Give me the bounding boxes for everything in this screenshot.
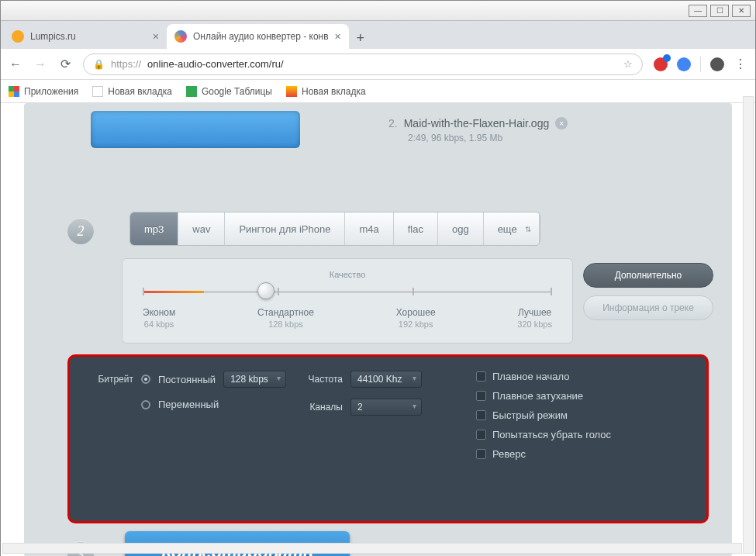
- quality-sublabel: 128 kbps: [257, 319, 314, 329]
- quality-panel: Качество Эконом64 kbps Стандартное128 kb…: [122, 258, 573, 344]
- format-wav[interactable]: wav: [178, 212, 225, 245]
- apps-icon: [9, 86, 19, 97]
- tab-title: Онлайн аудио конвертер - конв: [193, 31, 329, 42]
- lock-icon: 🔒: [93, 59, 105, 70]
- frequency-label: Частота: [298, 374, 343, 385]
- tab-title: Lumpics.ru: [30, 31, 147, 42]
- quality-sublabel: 320 kbps: [517, 319, 552, 329]
- page-icon: [286, 86, 297, 97]
- bitrate-constant-radio[interactable]: [141, 375, 150, 384]
- radio-label: Переменный: [158, 399, 219, 410]
- minimize-icon[interactable]: —: [689, 5, 707, 17]
- page-icon: [92, 86, 103, 97]
- track-info-button[interactable]: Информация о треке: [583, 295, 713, 320]
- channels-select[interactable]: 2: [350, 399, 422, 416]
- remove-voice-checkbox[interactable]: [476, 430, 486, 440]
- checkbox-label: Быстрый режим: [492, 409, 568, 421]
- quality-label: Лучшее: [517, 307, 552, 318]
- os-titlebar: — ☐ ✕: [1, 1, 755, 21]
- sheets-icon: [186, 86, 197, 97]
- step-badge-2: 2: [67, 218, 94, 244]
- bookmark-label: Новая вкладка: [302, 86, 366, 97]
- menu-icon[interactable]: ⋮: [734, 57, 747, 71]
- page-content: 2. Maid-with-the-Flaxen-Hair.ogg × 2:49,…: [24, 103, 732, 556]
- quality-label: Стандартное: [257, 307, 314, 318]
- vertical-scrollbar[interactable]: [743, 96, 754, 554]
- bookmark-item[interactable]: Google Таблицы: [186, 86, 272, 97]
- horizontal-scrollbar[interactable]: [2, 543, 742, 554]
- quality-slider[interactable]: [143, 287, 552, 295]
- tab-close-icon[interactable]: ×: [335, 30, 341, 43]
- frequency-select[interactable]: 44100 Khz: [350, 371, 422, 388]
- url-text: online-audio-converter.com/ru/: [147, 58, 284, 70]
- radio-label: Постоянный: [158, 374, 216, 385]
- url-protocol: https://: [111, 58, 141, 70]
- bookmark-item[interactable]: Новая вкладка: [286, 86, 366, 97]
- quality-label: Эконом: [143, 307, 175, 318]
- avatar[interactable]: [710, 57, 724, 71]
- back-icon[interactable]: ←: [9, 57, 22, 71]
- advanced-button[interactable]: Дополнительно: [583, 263, 713, 288]
- fade-in-checkbox[interactable]: [476, 371, 486, 382]
- bookmark-label: Приложения: [24, 86, 78, 97]
- favicon-icon: [174, 30, 187, 43]
- apps-button[interactable]: Приложения: [9, 86, 78, 97]
- upload-button[interactable]: [91, 111, 300, 148]
- slider-thumb[interactable]: [257, 282, 274, 299]
- extensions: ⋮: [654, 57, 747, 72]
- bitrate-select[interactable]: 128 kbps: [223, 371, 286, 388]
- advanced-panel: Битрейт Постоянный 128 kbps Переменный Ч…: [67, 354, 709, 523]
- quality-sublabel: 64 kbps: [143, 319, 175, 329]
- bookmark-label: Новая вкладка: [108, 86, 172, 97]
- browser-tab-strip: Lumpics.ru × Онлайн аудио конвертер - ко…: [1, 21, 755, 49]
- reverse-checkbox[interactable]: [476, 449, 486, 459]
- file-meta: 2:49, 96 kbps, 1.95 Mb: [408, 133, 732, 143]
- format-iphone-ringtone[interactable]: Рингтон для iPhone: [225, 212, 345, 245]
- browser-tab-lumpics[interactable]: Lumpics.ru ×: [4, 24, 167, 49]
- new-tab-button[interactable]: +: [349, 27, 372, 49]
- bookmark-item[interactable]: Новая вкладка: [92, 86, 172, 97]
- file-name: Maid-with-the-Flaxen-Hair.ogg: [404, 117, 550, 130]
- format-ogg[interactable]: ogg: [438, 212, 484, 245]
- favicon-icon: [12, 30, 24, 43]
- bitrate-variable-radio[interactable]: [141, 400, 150, 409]
- maximize-icon[interactable]: ☐: [710, 5, 729, 17]
- address-bar[interactable]: 🔒 https:// online-audio-converter.com/ru…: [83, 54, 643, 75]
- browser-toolbar: ← → ⟳ 🔒 https:// online-audio-converter.…: [1, 49, 755, 80]
- fast-mode-checkbox[interactable]: [476, 410, 486, 420]
- extension-icon[interactable]: [654, 57, 668, 71]
- channels-label: Каналы: [298, 402, 343, 413]
- file-number: 2.: [388, 117, 398, 130]
- format-m4a[interactable]: m4a: [345, 212, 393, 245]
- uploaded-file-row: 2. Maid-with-the-Flaxen-Hair.ogg ×: [388, 117, 732, 130]
- star-icon[interactable]: ☆: [623, 58, 633, 70]
- quality-title: Качество: [143, 270, 552, 279]
- browser-tab-converter[interactable]: Онлайн аудио конвертер - конв ×: [167, 24, 349, 49]
- fade-out-checkbox[interactable]: [476, 391, 486, 401]
- bookmark-label: Google Таблицы: [202, 86, 272, 97]
- checkbox-label: Реверс: [492, 448, 526, 460]
- checkbox-label: Плавное затухание: [492, 390, 583, 402]
- extension-icon[interactable]: [677, 57, 691, 71]
- close-icon[interactable]: ✕: [732, 5, 751, 17]
- remove-file-icon[interactable]: ×: [555, 117, 568, 130]
- forward-icon[interactable]: →: [33, 57, 47, 71]
- divider: [700, 57, 701, 72]
- quality-label: Хорошее: [396, 307, 436, 318]
- tab-close-icon[interactable]: ×: [153, 30, 159, 43]
- format-more[interactable]: еще: [484, 212, 540, 245]
- format-tabs: mp3 wav Рингтон для iPhone m4a flac ogg …: [129, 212, 540, 246]
- checkbox-label: Попытаться убрать голос: [492, 429, 611, 440]
- format-flac[interactable]: flac: [394, 212, 438, 245]
- quality-sublabel: 192 kbps: [396, 319, 436, 329]
- bitrate-label: Битрейт: [88, 374, 133, 385]
- reload-icon[interactable]: ⟳: [58, 57, 72, 71]
- format-mp3[interactable]: mp3: [130, 212, 178, 245]
- checkbox-label: Плавное начало: [492, 371, 569, 382]
- bookmarks-bar: Приложения Новая вкладка Google Таблицы …: [1, 80, 755, 103]
